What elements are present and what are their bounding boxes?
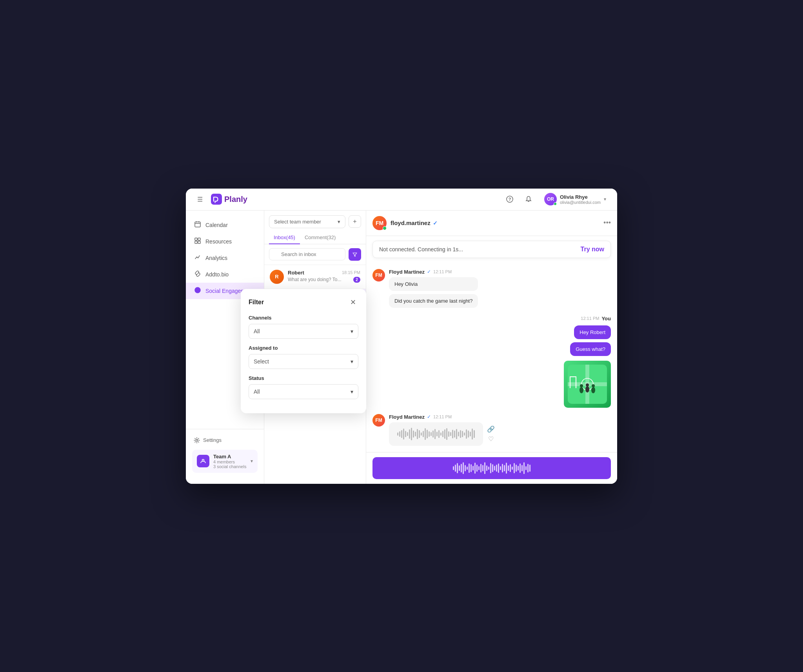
status-label: Status [249, 375, 358, 381]
verified-icon: ✓ [427, 269, 431, 274]
avatar: FM [372, 269, 385, 282]
svg-rect-21 [570, 376, 570, 388]
chat-input-area [366, 452, 617, 484]
sidebar-label-calendar: Calendar [205, 222, 228, 228]
bell-icon [525, 196, 532, 203]
user-avatar: OR [544, 193, 557, 205]
filter-header: Filter ✕ [249, 297, 358, 308]
sender-name: You [601, 316, 611, 321]
more-options-button[interactable]: ••• [603, 219, 611, 227]
team-logo [197, 455, 209, 467]
audio-player[interactable] [389, 422, 483, 446]
filter-overlay: Filter ✕ Channels All ▾ Assigned to Sele… [241, 289, 366, 413]
team-info: Team A 4 members 3 social channels [213, 454, 247, 469]
team-member-dropdown[interactable]: Select team member ▾ [269, 215, 345, 228]
message-content: Floyd Martinez ✓ 12:11 PM 🔗 ♡ [389, 414, 495, 446]
chat-messages: FM Floyd Martinez ✓ 12:11 PM Hey Olivia … [366, 263, 617, 452]
message-bubble: Hey Olivia [389, 277, 478, 291]
settings-label: Settings [203, 437, 222, 443]
sidebar-bottom: Settings Team A 4 members 3 social chann… [186, 429, 264, 478]
message-timestamp: 12:11 PM [581, 316, 599, 321]
add-button[interactable]: + [349, 215, 361, 228]
chat-panel: FM floyd.martinez ✓ ••• Not connected. C… [366, 211, 617, 484]
svg-rect-22 [570, 376, 576, 377]
sent-message-header: 12:11 PM You [581, 316, 611, 321]
chat-header: FM floyd.martinez ✓ ••• [366, 211, 617, 236]
svg-point-17 [585, 386, 589, 392]
channels-label: Channels [249, 315, 358, 321]
svg-point-18 [586, 383, 589, 387]
team-selector: Select team member ▾ + [264, 211, 366, 228]
tab-inbox[interactable]: Inbox(45) [269, 231, 300, 244]
sidebar-label-resources: Resources [205, 238, 232, 245]
msg-header: Robert 18:15 PM [288, 270, 360, 276]
svg-point-10 [202, 460, 204, 461]
chat-avatar: FM [372, 216, 387, 230]
team-member-placeholder: Select team member [274, 219, 321, 225]
list-item[interactable]: R Robert 18:15 PM What are you doing? To… [264, 265, 366, 289]
channels-value: All [254, 328, 260, 334]
svg-rect-3 [195, 222, 200, 227]
message-header: Floyd Martinez ✓ 12:11 PM [389, 414, 495, 420]
search-input[interactable] [269, 248, 345, 260]
soccer-image [568, 365, 607, 404]
team-members: 4 members [213, 460, 247, 464]
audio-action-buttons: 🔗 ♡ [487, 425, 495, 443]
msg-preview: What are you doing? To... [288, 277, 342, 282]
filter-button[interactable] [349, 248, 361, 261]
audio-send-button[interactable] [372, 457, 611, 479]
settings-item[interactable]: Settings [192, 434, 258, 447]
svg-text:?: ? [509, 197, 511, 202]
svg-point-19 [591, 387, 595, 393]
filter-icon [352, 252, 358, 257]
waveform-display [397, 428, 475, 440]
sidebar-item-calendar[interactable]: Calendar [186, 217, 264, 233]
message-header: Floyd Martinez ✓ 12:11 PM [389, 269, 478, 275]
msg-name: Robert [288, 270, 304, 276]
search-bar: 🔍 [264, 244, 366, 265]
sidebar-label-addtobio: Addto.bio [205, 271, 229, 278]
hamburger-button[interactable]: ☰ [194, 193, 206, 205]
social-engagement-icon [194, 287, 202, 295]
help-button[interactable]: ? [503, 193, 516, 205]
try-now-link[interactable]: Try now [581, 246, 604, 253]
assigned-dropdown[interactable]: Select ▾ [249, 354, 358, 369]
analytics-icon [194, 254, 202, 262]
team-channels: 3 social channels [213, 464, 247, 469]
filter-status-section: Status All ▾ [249, 375, 358, 399]
calendar-icon [194, 221, 202, 229]
main-layout: Calendar Resources Analytics Addto.bio [186, 211, 617, 484]
sidebar-item-analytics[interactable]: Analytics [186, 250, 264, 266]
filter-close-button[interactable]: ✕ [347, 297, 358, 308]
link-icon [194, 270, 202, 279]
sidebar-item-addtobio[interactable]: Addto.bio [186, 266, 264, 283]
message-bubble: Did you catch the game last night? [389, 294, 478, 308]
link-action-button[interactable]: 🔗 [487, 425, 495, 433]
message-group: FM Floyd Martinez ✓ 12:11 PM � [372, 414, 611, 446]
filter-title: Filter [249, 299, 264, 306]
user-email: olivia@untitledui.com [560, 200, 601, 205]
chat-user-name: floyd.martinez ✓ [391, 220, 438, 226]
notifications-button[interactable] [522, 193, 535, 205]
app-window: ☰ Planly ? OR [186, 189, 617, 484]
filter-channels-section: Channels All ▾ [249, 315, 358, 339]
sidebar-item-resources[interactable]: Resources [186, 233, 264, 250]
logo-area: Planly [211, 194, 499, 205]
inbox-tabs: Inbox(45) Comment(32) [264, 228, 366, 244]
message-timestamp: 12:11 PM [433, 414, 452, 419]
tab-comment[interactable]: Comment(32) [300, 231, 340, 244]
status-dropdown[interactable]: All ▾ [249, 384, 358, 399]
svg-point-16 [580, 384, 583, 387]
audio-waveform [453, 463, 530, 474]
team-card[interactable]: Team A 4 members 3 social channels ▾ [192, 450, 258, 473]
user-menu[interactable]: OR Olivia Rhye olivia@untitledui.com ▾ [541, 191, 609, 207]
channels-dropdown[interactable]: All ▾ [249, 324, 358, 339]
audio-message: 🔗 ♡ [389, 422, 495, 446]
svg-point-15 [580, 387, 583, 393]
user-name: Olivia Rhye [560, 194, 601, 200]
svg-rect-5 [198, 238, 200, 240]
sidebar-label-analytics: Analytics [205, 255, 227, 261]
like-action-button[interactable]: ♡ [487, 435, 495, 443]
team-name: Team A [213, 454, 247, 460]
dropdown-chevron-icon: ▾ [338, 219, 340, 225]
